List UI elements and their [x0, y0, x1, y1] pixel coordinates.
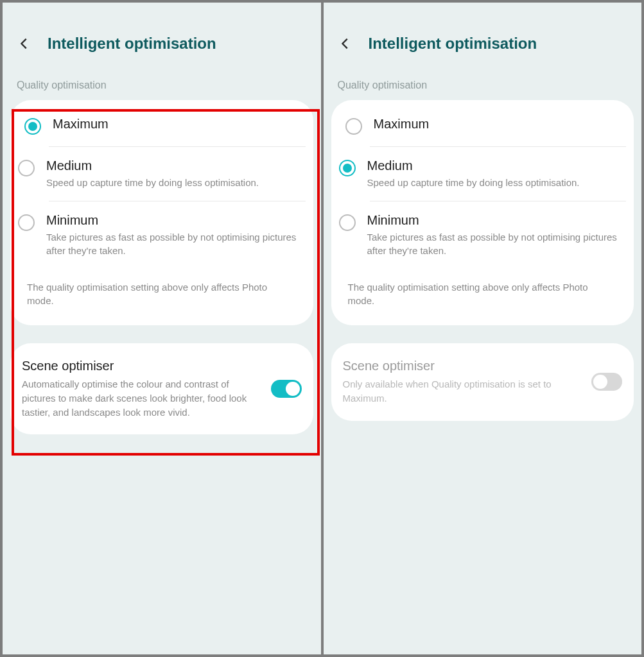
option-minimum[interactable]: Minimum Take pictures as fast as possibl… — [370, 201, 627, 269]
option-title: Minimum — [46, 213, 300, 228]
scene-toggle[interactable] — [271, 380, 302, 398]
scene-title: Scene optimiser — [343, 359, 582, 373]
card-note: The quality optimisation setting above o… — [339, 269, 627, 323]
radio-icon — [18, 160, 35, 176]
option-maximum[interactable]: Maximum — [339, 105, 627, 146]
page-title: Intelligent optimisation — [48, 35, 216, 53]
scene-optimiser-card: Scene optimiser Only available when Qual… — [331, 343, 634, 421]
radio-icon — [339, 214, 356, 231]
option-title: Minimum — [367, 213, 622, 228]
option-desc: Speed up capture time by doing less opti… — [46, 176, 300, 189]
radio-icon — [18, 214, 35, 231]
option-minimum[interactable]: Minimum Take pictures as fast as possibl… — [49, 201, 306, 269]
option-medium[interactable]: Medium Speed up capture time by doing le… — [370, 146, 627, 201]
option-desc: Speed up capture time by doing less opti… — [367, 176, 622, 189]
option-title: Maximum — [374, 117, 622, 132]
radio-icon — [339, 160, 356, 176]
radio-icon — [345, 118, 362, 135]
option-maximum[interactable]: Maximum — [18, 105, 306, 146]
option-medium[interactable]: Medium Speed up capture time by doing le… — [49, 146, 306, 201]
section-label: Quality optimisation — [3, 80, 321, 100]
page-title: Intelligent optimisation — [369, 35, 537, 53]
header: Intelligent optimisation — [3, 33, 321, 54]
scene-toggle — [591, 373, 622, 391]
option-title: Maximum — [53, 117, 300, 132]
section-label: Quality optimisation — [324, 80, 642, 100]
card-note: The quality optimisation setting above o… — [18, 269, 306, 323]
header: Intelligent optimisation — [324, 33, 642, 54]
back-button[interactable] — [14, 33, 35, 54]
option-title: Medium — [367, 158, 622, 173]
scene-optimiser-card[interactable]: Scene optimiser Automatically optimise t… — [10, 343, 313, 434]
scene-title: Scene optimiser — [22, 359, 261, 373]
chevron-left-icon — [17, 37, 31, 51]
option-desc: Take pictures as fast as possible by not… — [46, 230, 300, 257]
quality-card: Maximum Medium Speed up capture time by … — [331, 100, 634, 325]
radio-icon — [24, 118, 41, 135]
option-desc: Take pictures as fast as possible by not… — [367, 230, 622, 257]
chevron-left-icon — [338, 37, 352, 51]
back-button[interactable] — [335, 33, 356, 54]
option-title: Medium — [46, 158, 300, 173]
scene-desc: Automatically optimise the colour and co… — [22, 377, 261, 419]
settings-screen-left: Intelligent optimisation Quality optimis… — [3, 3, 321, 654]
settings-screen-right: Intelligent optimisation Quality optimis… — [324, 3, 642, 654]
scene-desc: Only available when Quality optimisation… — [343, 377, 582, 405]
quality-card: Maximum Medium Speed up capture time by … — [10, 100, 313, 325]
